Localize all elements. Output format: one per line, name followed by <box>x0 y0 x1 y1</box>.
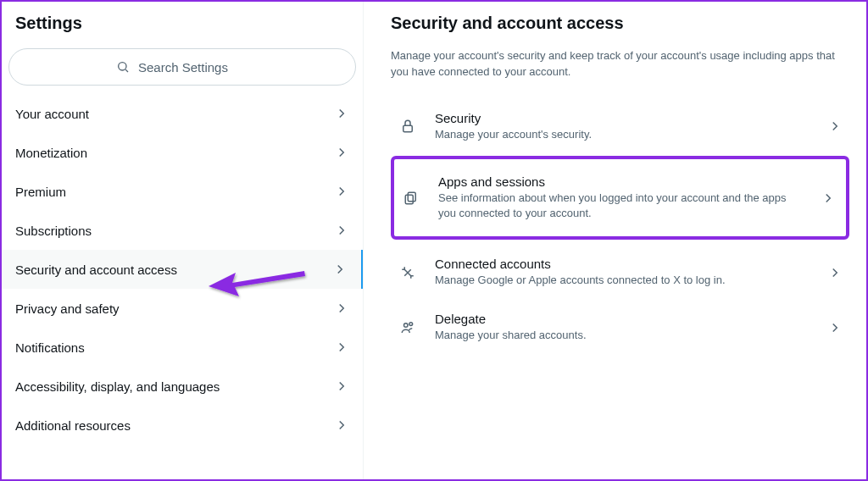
search-input[interactable] <box>138 60 248 75</box>
option-delegate[interactable]: DelegateManage your shared accounts. <box>391 300 849 355</box>
search-icon <box>116 60 130 74</box>
option-apps-and-sessions[interactable]: Apps and sessionsSee information about w… <box>394 163 843 233</box>
sidebar-item-label: Subscriptions <box>15 224 92 238</box>
chevron-right-icon <box>334 184 349 199</box>
sidebar-item-additional-resources[interactable]: Additional resources <box>2 406 363 445</box>
options-list: SecurityManage your account's security.A… <box>391 99 849 356</box>
main-heading: Security and account access <box>391 14 849 33</box>
option-text: Connected accountsManage Google or Apple… <box>435 257 810 288</box>
option-icon <box>398 119 418 134</box>
option-security[interactable]: SecurityManage your account's security. <box>391 99 849 154</box>
sidebar-item-subscriptions[interactable]: Subscriptions <box>2 211 363 250</box>
main-panel: Security and account access Manage your … <box>364 2 866 479</box>
sidebar-item-label: Additional resources <box>15 418 131 433</box>
option-text: Apps and sessionsSee information about w… <box>438 174 804 221</box>
sidebar-item-label: Your account <box>15 107 89 121</box>
option-desc: Manage Google or Apple accounts connecte… <box>435 273 810 288</box>
sidebar-item-premium[interactable]: Premium <box>2 172 363 211</box>
option-connected-accounts[interactable]: Connected accountsManage Google or Apple… <box>391 245 849 300</box>
option-text: SecurityManage your account's security. <box>435 111 810 142</box>
sidebar-item-monetization[interactable]: Monetization <box>2 133 363 172</box>
sidebar-item-accessibility-display-and-languages[interactable]: Accessibility, display, and languages <box>2 367 363 406</box>
svg-rect-2 <box>403 126 413 133</box>
chevron-right-icon <box>827 320 843 335</box>
chevron-right-icon <box>334 417 349 433</box>
highlight-annotation: Apps and sessionsSee information about w… <box>391 156 849 240</box>
option-icon <box>398 265 418 280</box>
sidebar-item-label: Premium <box>15 185 66 199</box>
sidebar-item-label: Privacy and safety <box>15 301 120 316</box>
chevron-right-icon <box>334 106 349 121</box>
main-intro: Manage your account's security and keep … <box>391 48 849 80</box>
option-desc: See information about when you logged in… <box>438 191 804 221</box>
sidebar-item-label: Security and account access <box>15 263 177 277</box>
sidebar-item-label: Notifications <box>15 340 85 355</box>
option-title: Security <box>435 111 810 125</box>
sidebar-item-privacy-and-safety[interactable]: Privacy and safety <box>2 289 363 328</box>
chevron-right-icon <box>332 262 348 277</box>
sidebar-item-security-and-account-access[interactable]: Security and account access <box>2 250 363 289</box>
option-icon <box>398 320 418 335</box>
svg-line-1 <box>125 69 128 72</box>
sidebar-item-label: Accessibility, display, and languages <box>15 379 220 394</box>
search-wrap <box>2 48 363 94</box>
option-desc: Manage your shared accounts. <box>435 328 810 343</box>
option-title: Connected accounts <box>435 257 810 271</box>
search-input-container[interactable] <box>8 48 356 86</box>
chevron-right-icon <box>827 265 843 280</box>
sidebar-item-your-account[interactable]: Your account <box>2 94 363 133</box>
chevron-right-icon <box>821 191 836 206</box>
svg-point-6 <box>409 323 413 326</box>
sidebar-item-notifications[interactable]: Notifications <box>2 328 363 367</box>
chevron-right-icon <box>827 119 843 134</box>
settings-sidebar: Settings Your accountMonetizationPremium… <box>2 2 364 479</box>
chevron-right-icon <box>334 301 349 316</box>
option-title: Delegate <box>435 312 810 326</box>
chevron-right-icon <box>334 223 349 238</box>
settings-title: Settings <box>2 2 363 48</box>
chevron-right-icon <box>334 340 349 355</box>
svg-rect-4 <box>405 195 413 204</box>
option-text: DelegateManage your shared accounts. <box>435 312 810 343</box>
chevron-right-icon <box>334 379 349 394</box>
svg-rect-3 <box>408 192 415 202</box>
sidebar-item-label: Monetization <box>15 146 87 160</box>
svg-point-5 <box>404 323 409 328</box>
option-icon <box>401 191 421 206</box>
svg-point-0 <box>119 63 126 70</box>
option-desc: Manage your account's security. <box>435 127 810 142</box>
sidebar-nav: Your accountMonetizationPremiumSubscript… <box>2 94 363 445</box>
chevron-right-icon <box>334 145 349 160</box>
option-title: Apps and sessions <box>438 174 804 189</box>
